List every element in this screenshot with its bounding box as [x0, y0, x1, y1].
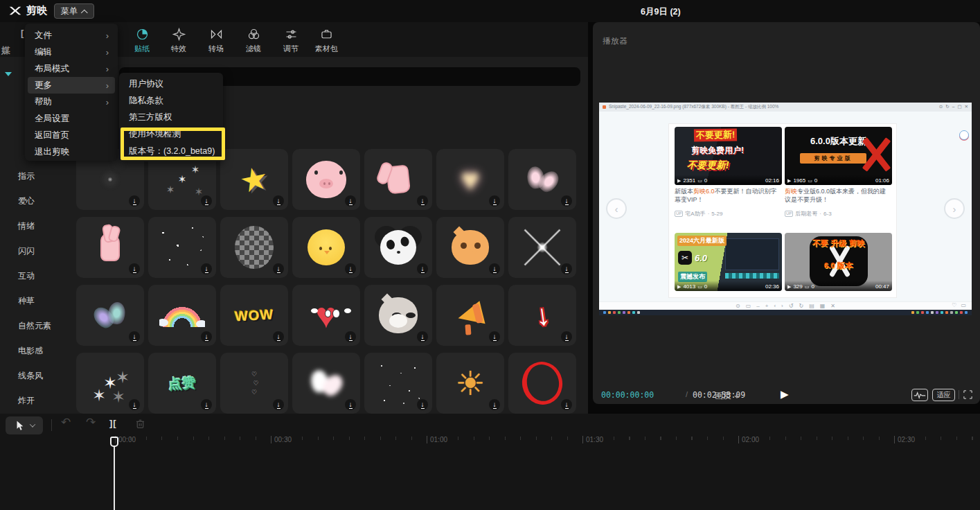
download-icon[interactable]: ↓	[417, 195, 428, 206]
menu-item-exit[interactable]: 退出剪映	[28, 143, 115, 160]
megaphone-sticker[interactable]: ↓	[436, 285, 504, 346]
sidebar-category-9[interactable]: 炸开	[18, 395, 35, 407]
dianzan-like-sticker[interactable]: 点赞↓	[148, 353, 216, 414]
redo-button[interactable]: ↷	[86, 415, 96, 430]
chick-sticker[interactable]: ↓	[292, 217, 360, 278]
tab-filters[interactable]: 滤镜	[238, 27, 269, 54]
thumbs-up-sticker[interactable]: ↓	[364, 149, 432, 210]
menu-item-help[interactable]: 帮助›	[28, 94, 115, 110]
timeline-ruler[interactable]: 00:0000:3001:0001:3002:0002:30	[0, 434, 980, 446]
download-icon[interactable]: ↓	[129, 399, 140, 410]
download-icon[interactable]: ↓	[273, 399, 284, 410]
play-button[interactable]: ▶	[781, 388, 789, 401]
delete-button[interactable]	[134, 417, 146, 433]
video-preview-frame[interactable]: Snipaste_2024-06-09_22-16-09.png (877x67…	[599, 103, 972, 315]
split-button[interactable]: ][	[109, 418, 117, 428]
menu-item-layout-mode[interactable]: 布局模式›	[28, 60, 115, 77]
sidebar-category-3[interactable]: 闪闪	[18, 245, 35, 257]
download-icon[interactable]: ↓	[561, 399, 572, 410]
rainbow-sticker[interactable]: ↓	[148, 285, 216, 346]
heart-eyes-sticker[interactable]: ♥↓	[292, 285, 360, 346]
menu-item-global-settings[interactable]: 全局设置	[28, 110, 115, 127]
download-icon[interactable]: ↓	[273, 195, 284, 206]
download-icon[interactable]: ↓	[129, 331, 140, 342]
download-icon[interactable]: ↓	[129, 263, 140, 274]
video-thumbnail-1: 不要更新! 剪映免费用户! 不要更新! ▶ 2351 ▭ 0 02:16	[675, 127, 782, 185]
finger-cross-hand-sticker[interactable]: ↓	[76, 217, 144, 278]
sidebar-category-0[interactable]: 指示	[18, 170, 35, 182]
download-icon[interactable]: ↓	[417, 331, 428, 342]
sidebar-category-6[interactable]: 自然元素	[18, 320, 51, 332]
download-icon[interactable]: ↓	[201, 399, 212, 410]
disco-ball-sticker[interactable]: ↓	[220, 217, 288, 278]
download-icon[interactable]: ↓	[273, 331, 284, 342]
undo-button[interactable]: ↶	[61, 415, 71, 430]
particle-dots-sticker[interactable]: ↓	[364, 353, 432, 414]
submenu-item-privacy[interactable]: 隐私条款	[122, 92, 220, 109]
submenu-item-env-check[interactable]: 使用环境检测	[122, 125, 220, 142]
download-icon[interactable]: ↓	[345, 195, 356, 206]
red-circle-sticker[interactable]: ↓	[508, 353, 576, 414]
sidebar-category-7[interactable]: 电影感	[18, 345, 43, 357]
download-icon[interactable]: ↓	[345, 399, 356, 410]
download-icon[interactable]: ↓	[561, 195, 572, 206]
white-butterfly-sticker[interactable]: ↓	[292, 353, 360, 414]
sidebar-category-2[interactable]: 情绪	[18, 220, 35, 232]
download-icon[interactable]: ↓	[201, 263, 212, 274]
submenu-item-user-agreement[interactable]: 用户协议	[122, 76, 220, 92]
download-icon[interactable]: ↓	[345, 263, 356, 274]
tab-transitions[interactable]: 转场	[200, 27, 232, 54]
select-tool-button[interactable]	[6, 416, 43, 434]
sidebar-category-5[interactable]: 种草	[18, 295, 35, 307]
fit-button[interactable]: 适应	[932, 389, 955, 401]
download-icon[interactable]: ↓	[489, 195, 500, 206]
tab-effects[interactable]: 特效	[163, 27, 195, 54]
sidebar-category-4[interactable]: 互动	[18, 270, 35, 282]
collapse-triangle-icon[interactable]	[5, 72, 12, 76]
playhead-handle[interactable]	[110, 437, 118, 447]
wow-text-sticker[interactable]: WOW↓	[220, 285, 288, 346]
menu-item-edit[interactable]: 编辑›	[28, 44, 115, 60]
download-icon[interactable]: ↓	[489, 263, 500, 274]
download-icon[interactable]: ↓	[129, 195, 140, 206]
menu-button[interactable]: 菜单	[54, 3, 94, 19]
download-icon[interactable]: ↓	[201, 195, 212, 206]
tab-material-pack[interactable]: 素材包	[310, 27, 342, 54]
quality-dropdown[interactable]: 画质	[715, 390, 740, 402]
star-field-sticker[interactable]: ↓	[148, 217, 216, 278]
menu-item-back-home[interactable]: 返回首页	[28, 127, 115, 143]
tab-stickers[interactable]: 贴纸	[126, 27, 158, 54]
download-icon[interactable]: ↓	[417, 263, 428, 274]
pink-butterfly-sticker[interactable]: ↓	[508, 149, 576, 210]
download-icon[interactable]: ↓	[489, 399, 500, 410]
download-icon[interactable]: ↓	[489, 331, 500, 342]
blur-heart-sticker[interactable]: ♥↓	[436, 149, 504, 210]
yellow-star-sticker[interactable]: ★↓	[220, 149, 288, 210]
iridescent-butterfly-sticker[interactable]: ↓	[76, 285, 144, 346]
download-icon[interactable]: ↓	[345, 331, 356, 342]
waveform-preview-button[interactable]	[911, 389, 928, 401]
fullscreen-button[interactable]	[963, 389, 973, 403]
download-icon[interactable]: ↓	[561, 263, 572, 274]
download-icon[interactable]: ↓	[417, 399, 428, 410]
red-arrow-down-sticker[interactable]: ↓↓	[508, 285, 576, 346]
menu-item-file[interactable]: 文件›	[28, 27, 115, 44]
video-duration: 02:36	[765, 283, 779, 290]
download-icon[interactable]: ↓	[273, 263, 284, 274]
gray-cat-sticker[interactable]: ↓	[364, 285, 432, 346]
falling-hearts-sticker[interactable]: ♡ ♡ ♡↓	[220, 353, 288, 414]
tab-adjust[interactable]: 调节	[275, 27, 307, 54]
sun-doodle-sticker[interactable]: ☀↓	[436, 353, 504, 414]
white-flares-sticker[interactable]: ✶↓	[76, 353, 144, 414]
pig-face-sticker[interactable]: ↓	[292, 149, 360, 210]
submenu-item-third-party[interactable]: 第三方版权	[122, 109, 220, 125]
menu-item-more[interactable]: 更多›	[28, 77, 115, 94]
panda-face-sticker[interactable]: ↓	[364, 217, 432, 278]
download-icon[interactable]: ↓	[561, 331, 572, 342]
sidebar-category-8[interactable]: 线条风	[18, 370, 43, 382]
orange-cat-sticker[interactable]: ↓	[436, 217, 504, 278]
lens-flare-cross-sticker[interactable]: ↓	[508, 217, 576, 278]
sidebar-category-1[interactable]: 爱心	[18, 195, 35, 207]
submenu-item-version[interactable]: 版本号：(3.2.0_beta9)	[122, 143, 220, 159]
download-icon[interactable]: ↓	[201, 331, 212, 342]
